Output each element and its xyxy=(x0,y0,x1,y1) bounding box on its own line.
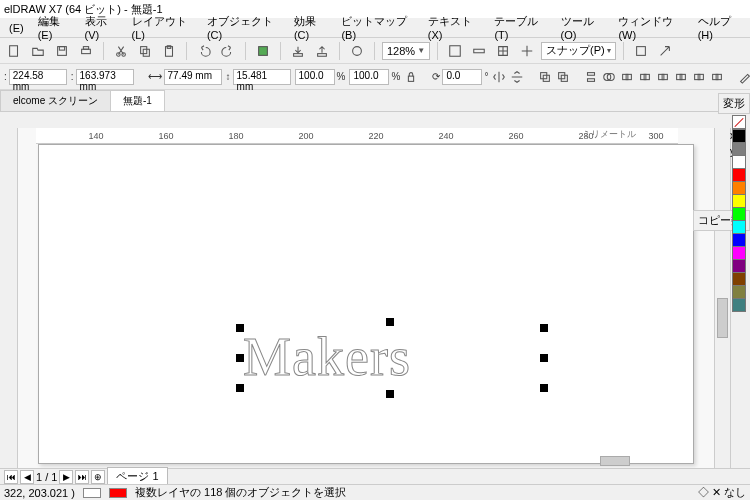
options-icon[interactable] xyxy=(631,41,651,61)
page-navigator: ⏮ ◀ 1 / 1 ▶ ⏭ ⊕ ページ 1 xyxy=(0,468,750,484)
import-icon[interactable] xyxy=(288,41,308,61)
color-swatch[interactable] xyxy=(732,285,746,299)
export-icon[interactable] xyxy=(312,41,332,61)
print-icon[interactable] xyxy=(76,41,96,61)
trim-icon[interactable] xyxy=(620,67,634,87)
copy-icon[interactable] xyxy=(135,41,155,61)
selection-handle[interactable] xyxy=(540,324,548,332)
page-add-icon[interactable]: ⊕ xyxy=(91,470,105,484)
menu-tools[interactable]: ツール(O) xyxy=(554,12,612,43)
back-minus-icon[interactable] xyxy=(692,67,706,87)
selection-handle[interactable] xyxy=(386,390,394,398)
scrollbar-vertical[interactable] xyxy=(714,128,730,468)
search-icon[interactable] xyxy=(253,41,273,61)
page-last-icon[interactable]: ⏭ xyxy=(75,470,89,484)
menu-edit[interactable]: 編集(E) xyxy=(31,12,78,43)
menu-layout[interactable]: レイアウト(L) xyxy=(125,12,200,43)
simplify-icon[interactable] xyxy=(656,67,670,87)
boundary-icon[interactable] xyxy=(710,67,724,87)
page-prev-icon[interactable]: ◀ xyxy=(20,470,34,484)
pos-x-field[interactable]: :224.58 mm xyxy=(4,69,67,85)
height-field[interactable]: ↕15.481 mm xyxy=(226,69,291,85)
workspace: 140 160 180 200 220 240 260 280 300 ミリメー… xyxy=(0,128,750,468)
mirror-v-icon[interactable] xyxy=(510,67,524,87)
guides-icon[interactable] xyxy=(517,41,537,61)
color-swatch[interactable] xyxy=(732,259,746,273)
intersect-icon[interactable] xyxy=(638,67,652,87)
color-swatch[interactable] xyxy=(732,207,746,221)
color-swatch[interactable] xyxy=(732,168,746,182)
color-swatch[interactable] xyxy=(732,194,746,208)
rotation-field[interactable]: ⟳0.0° xyxy=(432,69,488,85)
zoom-combo[interactable]: 128%▼ xyxy=(382,42,430,60)
order-front-icon[interactable] xyxy=(538,67,552,87)
menu-bitmaps[interactable]: ビットマップ(B) xyxy=(334,12,420,43)
menu-effects[interactable]: 効果(C) xyxy=(287,12,334,43)
page-first-icon[interactable]: ⏮ xyxy=(4,470,18,484)
width-field[interactable]: ⟷77.49 mm xyxy=(148,69,222,85)
cut-icon[interactable] xyxy=(111,41,131,61)
rulers-icon[interactable] xyxy=(469,41,489,61)
color-swatch[interactable] xyxy=(732,272,746,286)
selection-handle[interactable] xyxy=(386,318,394,326)
mirror-h-icon[interactable] xyxy=(492,67,506,87)
new-icon[interactable] xyxy=(4,41,24,61)
menu-text[interactable]: テキスト(X) xyxy=(421,12,488,43)
publish-icon[interactable] xyxy=(347,41,367,61)
color-swatch[interactable] xyxy=(732,298,746,312)
document-tabs: elcome スクリーン 無題-1 xyxy=(0,90,750,112)
fullscreen-icon[interactable] xyxy=(445,41,465,61)
selection-handle[interactable] xyxy=(236,384,244,392)
outline-swatch[interactable] xyxy=(109,488,127,498)
open-icon[interactable] xyxy=(28,41,48,61)
selection-handle[interactable] xyxy=(540,354,548,362)
snap-combo[interactable]: スナップ(P)▾ xyxy=(541,42,616,60)
page-next-icon[interactable]: ▶ xyxy=(59,470,73,484)
scroll-thumb[interactable] xyxy=(600,456,630,466)
menu-table[interactable]: テーブル(T) xyxy=(487,12,553,43)
color-swatch[interactable] xyxy=(732,181,746,195)
scroll-thumb[interactable] xyxy=(717,298,728,338)
paste-icon[interactable] xyxy=(159,41,179,61)
lock-ratio-icon[interactable] xyxy=(404,67,418,87)
selection-handle[interactable] xyxy=(540,384,548,392)
scale-y-field[interactable]: 100.0% xyxy=(349,69,400,85)
grid-icon[interactable] xyxy=(493,41,513,61)
selection-handle[interactable] xyxy=(236,324,244,332)
svg-rect-0 xyxy=(10,45,18,56)
selection-handle[interactable] xyxy=(236,354,244,362)
color-swatch[interactable] xyxy=(732,155,746,169)
svg-rect-3 xyxy=(82,49,91,53)
color-swatch[interactable] xyxy=(732,220,746,234)
order-back-icon[interactable] xyxy=(556,67,570,87)
svg-rect-29 xyxy=(641,74,646,79)
menu-file[interactable]: (E) xyxy=(2,20,31,36)
color-swatch[interactable] xyxy=(732,246,746,260)
toolbox[interactable] xyxy=(0,128,18,468)
menu-view[interactable]: 表示(V) xyxy=(78,12,125,43)
save-icon[interactable] xyxy=(52,41,72,61)
docker-transform[interactable]: 変形 xyxy=(718,93,750,114)
tab-welcome[interactable]: elcome スクリーン xyxy=(0,90,111,111)
undo-icon[interactable] xyxy=(194,41,214,61)
outline-pen-icon[interactable] xyxy=(738,67,750,87)
menu-arrange[interactable]: オブジェクト(C) xyxy=(200,12,287,43)
scrollbar-horizontal[interactable] xyxy=(200,454,710,468)
svg-rect-30 xyxy=(645,74,650,79)
color-swatch[interactable] xyxy=(732,129,746,143)
pos-y-field[interactable]: :163.973 mm xyxy=(71,69,134,85)
launch-icon[interactable] xyxy=(655,41,675,61)
tab-document[interactable]: 無題-1 xyxy=(110,90,165,111)
weld-icon[interactable] xyxy=(602,67,616,87)
front-minus-icon[interactable] xyxy=(674,67,688,87)
no-color-swatch[interactable] xyxy=(732,115,746,129)
align-icon[interactable] xyxy=(584,67,598,87)
color-swatch[interactable] xyxy=(732,233,746,247)
color-swatch[interactable] xyxy=(732,142,746,156)
fill-swatch[interactable] xyxy=(83,488,101,498)
canvas-area[interactable]: 140 160 180 200 220 240 260 280 300 ミリメー… xyxy=(18,128,714,468)
menu-help[interactable]: ヘルプ(H) xyxy=(691,12,748,43)
menu-window[interactable]: ウィンドウ(W) xyxy=(611,12,690,43)
scale-x-field[interactable]: 100.0% xyxy=(295,69,346,85)
redo-icon[interactable] xyxy=(218,41,238,61)
